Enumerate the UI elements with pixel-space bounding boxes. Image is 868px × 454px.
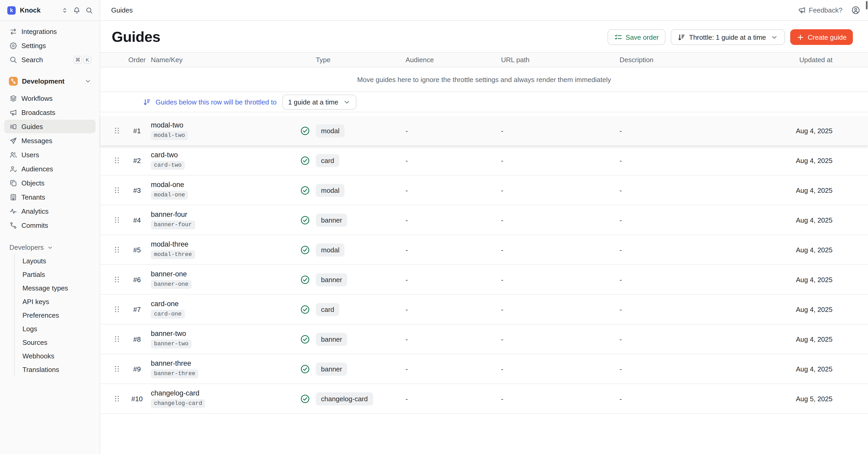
guide-row[interactable]: #7 card-one card-one card - - - Aug 4, 2… xyxy=(100,295,868,324)
guide-key-badge: banner-four xyxy=(151,220,195,230)
drag-handle-icon[interactable] xyxy=(113,305,121,313)
create-guide-button[interactable]: Create guide xyxy=(790,29,853,45)
search-button[interactable] xyxy=(86,6,93,14)
knock-logo[interactable]: k xyxy=(7,6,16,15)
active-status-icon xyxy=(300,394,310,404)
branch-icon xyxy=(9,77,18,85)
sidebar-item[interactable]: Commits xyxy=(4,218,95,232)
guide-url-path: - xyxy=(501,276,620,283)
sort-desc-icon xyxy=(678,33,685,41)
guide-type-badge: modal xyxy=(316,124,345,137)
org-switcher-button[interactable] xyxy=(62,6,68,14)
drag-handle-icon[interactable] xyxy=(113,126,121,135)
sidebar-item[interactable]: Workflows xyxy=(4,91,95,105)
guide-url-path: - xyxy=(501,395,620,402)
guide-order: #5 xyxy=(123,246,151,254)
column-header-order: Order xyxy=(123,56,151,64)
sidebar-item[interactable]: Tenants xyxy=(4,190,95,204)
sidebar-item-label: Settings xyxy=(22,41,46,49)
guide-order: #8 xyxy=(123,335,151,343)
shortcut-key: K xyxy=(84,56,91,63)
guide-description: - xyxy=(620,335,750,343)
copy-icon xyxy=(9,179,17,187)
sidebar-item[interactable]: Integrations xyxy=(4,25,95,38)
sidebar-subitem[interactable]: Sources xyxy=(14,335,100,349)
sidebar-item[interactable]: Users xyxy=(4,148,95,162)
guide-updated-at: Aug 4, 2025 xyxy=(750,365,868,373)
sidebar-subitem[interactable]: Message types xyxy=(14,281,100,295)
sidebar-item[interactable]: Objects xyxy=(4,176,95,190)
guide-updated-at: Aug 4, 2025 xyxy=(750,335,868,343)
column-header-type: Type xyxy=(316,56,406,64)
guide-order: #4 xyxy=(123,216,151,224)
guide-row[interactable]: #3 modal-one modal-one modal - - - Aug 4… xyxy=(100,175,868,205)
guide-order: #7 xyxy=(123,305,151,313)
guide-row[interactable]: #5 modal-three modal-three modal - - - A… xyxy=(100,235,868,265)
sidebar-item-label: Objects xyxy=(22,179,44,187)
active-status-icon xyxy=(300,245,310,255)
sidebar-subitem[interactable]: Webhooks xyxy=(14,349,100,363)
drag-handle-icon[interactable] xyxy=(113,275,121,284)
sidebar-subitem[interactable]: Layouts xyxy=(14,254,100,267)
account-menu-button[interactable] xyxy=(851,6,860,15)
scrollbar-thumb[interactable] xyxy=(866,1,867,9)
drag-handle-icon[interactable] xyxy=(113,156,121,165)
feedback-button[interactable]: Feedback? xyxy=(798,6,842,14)
guide-key-badge: modal-two xyxy=(151,131,188,140)
shortcut-keys: ⌘K xyxy=(73,56,91,63)
guide-row[interactable]: #1 modal-two modal-two modal - - - Aug 4… xyxy=(100,116,868,146)
column-header-url-path: URL path xyxy=(501,56,620,64)
drag-gap xyxy=(100,112,868,116)
guide-row[interactable]: #9 banner-three banner-three banner - - … xyxy=(100,354,868,384)
building-icon xyxy=(9,193,17,201)
guide-type-badge: changelog-card xyxy=(316,392,373,405)
sidebar-item[interactable]: Audiences xyxy=(4,162,95,175)
sidebar-subitem[interactable]: Translations xyxy=(14,363,100,376)
unthrottled-drop-zone[interactable]: Move guides here to ignore the throttle … xyxy=(100,67,868,92)
guide-order: #10 xyxy=(123,395,151,402)
sidebar-subitem[interactable]: Preferences xyxy=(14,308,100,322)
sidebar-item[interactable]: Search ⌘K xyxy=(4,53,95,66)
sidebar-item[interactable]: Analytics xyxy=(4,204,95,218)
guide-name: card-two xyxy=(151,151,178,159)
drag-handle-icon[interactable] xyxy=(113,186,121,194)
save-order-button[interactable]: Save order xyxy=(607,29,665,45)
guide-audience: - xyxy=(406,157,501,164)
environment-switcher[interactable]: Development xyxy=(4,74,95,88)
guide-audience: - xyxy=(406,216,501,224)
sidebar-item[interactable]: Guides xyxy=(4,120,95,133)
guide-row[interactable]: #6 banner-one banner-one banner - - - Au… xyxy=(100,265,868,295)
drag-handle-icon[interactable] xyxy=(113,335,121,343)
drag-handle-icon[interactable] xyxy=(113,246,121,254)
sidebar-subitem[interactable]: Partials xyxy=(14,267,100,281)
guide-row[interactable]: #4 banner-four banner-four banner - - - … xyxy=(100,205,868,235)
sidebar-subitem[interactable]: API keys xyxy=(14,295,100,308)
sidebar-item[interactable]: Messages xyxy=(4,134,95,147)
sidebar-main-nav: Workflows Broadcasts Guides Messages xyxy=(0,90,100,232)
drag-handle-icon[interactable] xyxy=(113,365,121,373)
guide-audience: - xyxy=(406,186,501,194)
notifications-button[interactable] xyxy=(73,6,81,14)
sidebar-item-label: Guides xyxy=(22,122,43,130)
guide-row[interactable]: #2 card-two card-two card - - - Aug 4, 2… xyxy=(100,146,868,175)
layers-icon xyxy=(9,94,17,102)
guide-row[interactable]: #8 banner-two banner-two banner - - - Au… xyxy=(100,324,868,354)
sidebar-subitem[interactable]: Logs xyxy=(14,322,100,335)
throttle-dropdown-button[interactable]: Throttle: 1 guide at a time xyxy=(671,29,785,45)
guide-type-badge: modal xyxy=(316,243,345,256)
sidebar-header: k Knock xyxy=(0,0,100,21)
org-name[interactable]: Knock xyxy=(20,6,40,14)
throttle-divider-text: Guides below this row will be throttled … xyxy=(156,98,277,106)
guide-url-path: - xyxy=(501,127,620,135)
guide-audience: - xyxy=(406,246,501,254)
drag-handle-icon[interactable] xyxy=(113,394,121,403)
drag-handle-icon[interactable] xyxy=(113,216,121,224)
throttle-amount-dropdown[interactable]: 1 guide at a time xyxy=(282,94,356,109)
guide-updated-at: Aug 5, 2025 xyxy=(750,395,868,402)
guide-row[interactable]: #10 changelog-card changelog-card change… xyxy=(100,384,868,414)
guide-updated-at: Aug 4, 2025 xyxy=(750,127,868,135)
column-header-audience: Audience xyxy=(406,56,501,64)
sidebar-item[interactable]: Settings xyxy=(4,39,95,52)
sidebar-item[interactable]: Broadcasts xyxy=(4,106,95,119)
developers-section-toggle[interactable]: Developers xyxy=(4,244,95,251)
